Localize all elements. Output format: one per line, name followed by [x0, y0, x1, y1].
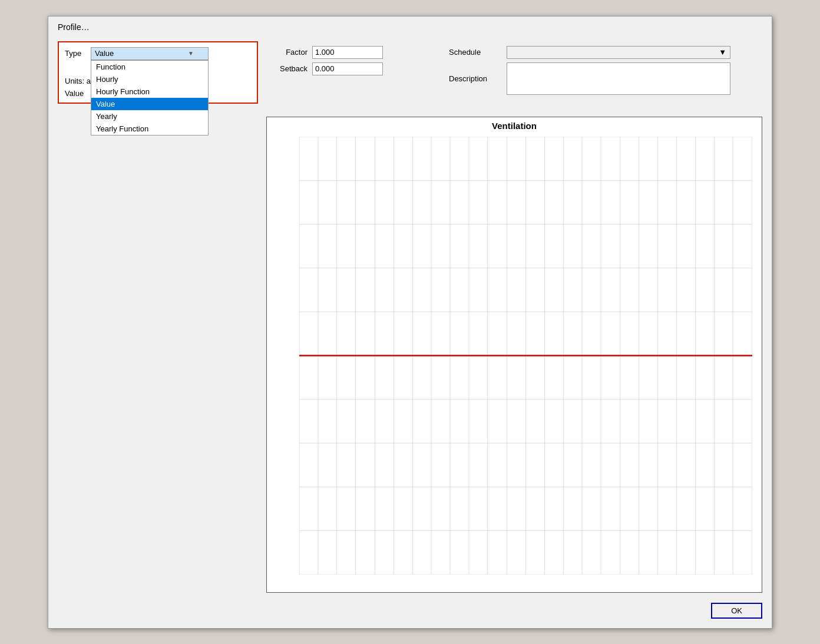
dropdown-item-hourly[interactable]: Hourly: [91, 73, 208, 85]
chart-svg: 1.0 0.8 0.6 0.4 0.2 0 -0.2 -0.4 -0.6 -0.…: [299, 137, 752, 574]
type-selected-value: Value: [95, 49, 114, 58]
factor-row: Factor: [266, 46, 383, 59]
type-row: Type Value ▼ Function Hourly Hourly Func…: [65, 47, 251, 60]
schedule-chevron-icon: ▼: [719, 48, 726, 57]
fields-area: Factor Setback: [266, 46, 383, 79]
type-dropdown-list: Function Hourly Hourly Function Value Ye…: [91, 60, 209, 136]
units-label: Units: ac: [65, 77, 95, 85]
value-label: Value: [65, 89, 84, 98]
type-select-wrapper: Value ▼ Function Hourly Hourly Function …: [91, 47, 209, 60]
type-dropdown-section: Type Value ▼ Function Hourly Hourly Func…: [58, 41, 258, 104]
setback-label: Setback: [266, 64, 308, 73]
setback-row: Setback: [266, 62, 383, 75]
profile-dialog: Profile… Type Value ▼ Function Hourly Ho…: [48, 16, 772, 629]
factor-label: Factor: [266, 48, 308, 57]
description-label: Description: [449, 74, 502, 83]
dropdown-item-yearly[interactable]: Yearly: [91, 110, 208, 123]
chevron-down-icon: ▼: [188, 50, 194, 57]
description-row: Description: [449, 62, 730, 95]
dropdown-item-hourly-function[interactable]: Hourly Function: [91, 85, 208, 98]
schedule-label: Schedule: [449, 48, 502, 57]
dialog-title: Profile…: [58, 22, 762, 32]
dropdown-item-function[interactable]: Function: [91, 61, 208, 73]
setback-input[interactable]: [312, 62, 383, 75]
type-select-display[interactable]: Value ▼: [91, 47, 209, 60]
description-input[interactable]: [507, 62, 730, 95]
schedule-select[interactable]: ▼: [507, 46, 730, 59]
factor-input[interactable]: [312, 46, 383, 59]
chart-container: Ventilation: [266, 117, 762, 593]
chart-inner: 1.0 0.8 0.6 0.4 0.2 0 -0.2 -0.4 -0.6 -0.…: [267, 132, 762, 592]
chart-title: Ventilation: [267, 117, 762, 132]
dropdown-item-value[interactable]: Value: [91, 98, 208, 110]
ok-button[interactable]: OK: [711, 603, 762, 619]
right-fields: Schedule ▼ Description: [449, 46, 730, 95]
dropdown-item-yearly-function[interactable]: Yearly Function: [91, 123, 208, 135]
schedule-row: Schedule ▼: [449, 46, 730, 59]
type-label: Type: [65, 49, 86, 58]
